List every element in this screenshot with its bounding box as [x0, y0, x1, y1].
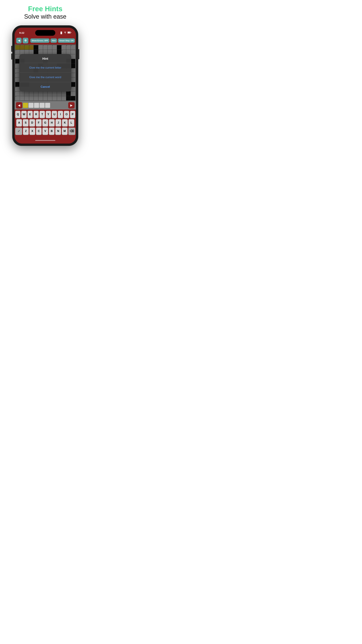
- word-cell-3[interactable]: [34, 103, 39, 108]
- settings-button[interactable]: ⚙: [23, 38, 28, 44]
- key-U[interactable]: U: [52, 111, 57, 118]
- header-subtitle: Solve with ease: [24, 13, 66, 21]
- modal-overlay: Hint Give me the current letter Give me …: [14, 44, 76, 101]
- header-title: Free Hints: [24, 5, 66, 13]
- phone-frame: 9:22 ▐▌ ◀ ⚙: [12, 26, 78, 146]
- key-F[interactable]: F: [36, 119, 41, 126]
- key-V[interactable]: V: [42, 128, 48, 135]
- smart-step-button[interactable]: Smart Step: ON: [58, 38, 75, 43]
- key-Y[interactable]: Y: [46, 111, 51, 118]
- keyboard: Q W E R T Y U I O P A S D F G H J K L: [14, 110, 76, 138]
- key-R[interactable]: R: [33, 111, 39, 118]
- show-errors-button[interactable]: Show Errors: OFF: [30, 38, 49, 43]
- key-delete[interactable]: ⌫: [68, 128, 75, 135]
- svg-rect-2: [71, 32, 71, 33]
- word-navigation-row: ◀ ▶: [14, 101, 76, 110]
- hint-option-word[interactable]: Give me the current word: [19, 72, 71, 82]
- wifi-icon: [64, 32, 66, 34]
- key-A[interactable]: A: [16, 119, 22, 126]
- key-P[interactable]: P: [70, 111, 75, 118]
- toolbar: ◀ ⚙ Show Errors: OFF Hint Smart Step: ON: [14, 37, 76, 44]
- key-T[interactable]: T: [39, 111, 45, 118]
- key-K[interactable]: K: [62, 119, 68, 126]
- key-I[interactable]: I: [58, 111, 63, 118]
- word-prev-button[interactable]: ◀: [16, 102, 22, 108]
- key-C[interactable]: C: [36, 128, 42, 135]
- keyboard-row-3: Z X C V B N M ⌫: [15, 128, 75, 135]
- key-N[interactable]: N: [55, 128, 61, 135]
- dynamic-island: [35, 30, 55, 36]
- word-cell-1[interactable]: [23, 103, 28, 108]
- modal-title: Hint: [19, 54, 71, 63]
- phone-screen: 9:22 ▐▌ ◀ ⚙: [14, 28, 76, 144]
- key-O[interactable]: O: [64, 111, 69, 118]
- word-cell-5[interactable]: [45, 103, 50, 108]
- key-X[interactable]: X: [29, 128, 35, 135]
- power-button[interactable]: [78, 49, 79, 59]
- key-S[interactable]: S: [23, 119, 28, 126]
- key-J[interactable]: J: [55, 119, 61, 126]
- volume-up-button[interactable]: [11, 46, 12, 52]
- battery-icon: [67, 32, 71, 34]
- key-Z[interactable]: Z: [23, 128, 29, 135]
- hint-option-letter[interactable]: Give me the current letter: [19, 63, 71, 72]
- svg-rect-1: [68, 32, 70, 33]
- home-bar: [35, 140, 55, 141]
- back-button[interactable]: ◀: [16, 38, 22, 44]
- keyboard-row-2: A S D F G H J K L: [15, 119, 75, 126]
- hint-button[interactable]: Hint: [50, 38, 57, 43]
- page-header: Free Hints Solve with ease: [24, 5, 66, 21]
- word-next-button[interactable]: ▶: [68, 102, 75, 108]
- crossword-area[interactable]: 1 2 3 4 5 6 7 8 9 10 11 12 13: [14, 44, 76, 101]
- status-time: 9:22: [19, 31, 24, 34]
- key-L[interactable]: L: [68, 119, 74, 126]
- key-H[interactable]: H: [49, 119, 55, 126]
- word-cell-2[interactable]: [28, 103, 33, 108]
- key-pencil[interactable]: [15, 128, 22, 135]
- signal-icon: ▐▌: [60, 32, 63, 34]
- keyboard-row-1: Q W E R T Y U I O P: [15, 111, 75, 118]
- hint-cancel-button[interactable]: Cancel: [19, 82, 71, 92]
- home-indicator: [14, 138, 76, 144]
- word-cells: [23, 103, 67, 108]
- key-M[interactable]: M: [62, 128, 67, 135]
- status-icons: ▐▌: [60, 32, 71, 34]
- hint-modal: Hint Give me the current letter Give me …: [19, 54, 71, 92]
- key-E[interactable]: E: [27, 111, 33, 118]
- word-cell-4[interactable]: [39, 103, 44, 108]
- volume-down-button[interactable]: [11, 54, 12, 60]
- key-G[interactable]: G: [42, 119, 48, 126]
- key-D[interactable]: D: [29, 119, 35, 126]
- key-W[interactable]: W: [21, 111, 26, 118]
- key-B[interactable]: B: [49, 128, 55, 135]
- key-Q[interactable]: Q: [15, 111, 20, 118]
